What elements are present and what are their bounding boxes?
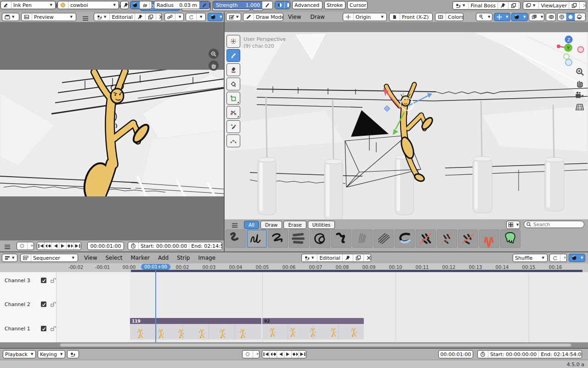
strip-title[interactable]: 92 <box>262 318 364 324</box>
prev-keyframe-button[interactable] <box>44 242 51 250</box>
shelf-tab-all[interactable]: All <box>244 221 259 229</box>
viewport-camera-button[interactable] <box>575 91 584 101</box>
brush-charcoal-dots[interactable] <box>437 229 457 248</box>
cursor-popover[interactable]: Cursor <box>347 1 363 9</box>
next-keyframe-button[interactable] <box>291 351 299 358</box>
viewport-3d[interactable] <box>225 32 588 219</box>
pin-icon[interactable] <box>498 2 508 9</box>
range-start[interactable]: Start: 00:00:00:00 <box>488 351 538 358</box>
tool-draw[interactable] <box>226 49 240 62</box>
sequencer-display-mode[interactable]: Sequencer▼ <box>20 254 78 262</box>
navigation-gizmo[interactable]: Z Y <box>554 34 584 67</box>
sequencer-scene-name[interactable]: Editorial <box>317 254 342 262</box>
lock-open-icon[interactable] <box>50 325 56 332</box>
jump-to-end-button[interactable] <box>299 351 306 358</box>
brush-charcoal-red-accent[interactable] <box>416 229 436 248</box>
advanced-popover[interactable]: Advanced▼ <box>292 1 322 9</box>
frame-range[interactable]: Start: 00:00:00:00 End: 02:14:54:00 <box>128 242 222 250</box>
viewlayer-icon-button[interactable]: ▼ <box>523 2 538 9</box>
channel-visibility-checkbox[interactable] <box>41 301 46 307</box>
range-end[interactable]: End: 02:14:54:00 <box>189 242 222 250</box>
brush-pencil-soft[interactable] <box>352 229 373 248</box>
tool-cursor[interactable] <box>226 35 240 48</box>
strip-title[interactable]: 119 <box>130 318 261 324</box>
sequencer-menu-select[interactable]: Select <box>101 253 126 263</box>
auto-keying-button[interactable]: ▼ <box>17 242 34 250</box>
preview-shading-button[interactable]: ▼ <box>208 13 223 21</box>
brush-marker-soft[interactable] <box>289 229 309 248</box>
unlink-scene-button[interactable] <box>519 2 520 9</box>
brush-marker-red[interactable] <box>479 229 499 248</box>
sequencer-scene-selector[interactable]: ▼ Editorial <box>301 254 371 262</box>
keying-set-button[interactable] <box>67 350 79 358</box>
pane-divider[interactable] <box>224 12 225 251</box>
channel-visibility-checkbox[interactable] <box>41 278 46 283</box>
sequencer-tracks[interactable]: 119 92 Channel 3Channel 2Channel 1 <box>0 272 588 342</box>
snapping-button[interactable]: ▼ <box>549 254 567 262</box>
colors-selector[interactable]: Colors▼ <box>435 13 464 21</box>
editor-type-button[interactable]: ▼ <box>2 13 19 21</box>
tool-fill[interactable] <box>226 78 240 90</box>
zoom-button[interactable] <box>209 49 219 59</box>
jump-to-start-button[interactable] <box>262 351 269 358</box>
search-input[interactable] <box>524 221 584 228</box>
jump-to-end-button[interactable] <box>74 242 81 250</box>
scene-strip-119[interactable]: 119 <box>130 318 261 340</box>
brush-marker-bold[interactable] <box>331 229 351 248</box>
editor-type-button[interactable]: ▼ <box>226 13 241 21</box>
xray-toggle[interactable]: ▼ <box>529 13 544 21</box>
menu-icon[interactable] <box>3 243 11 250</box>
brush-pencil-hatch[interactable] <box>373 229 394 248</box>
viewport-zoom-button[interactable] <box>575 67 584 78</box>
auto-keying-button[interactable]: ▼ <box>242 350 260 358</box>
show-overlays-button[interactable] <box>546 13 556 21</box>
brush-ink-pen[interactable] <box>247 229 267 248</box>
playhead[interactable] <box>155 270 156 342</box>
proxy-options-button[interactable]: ▼ <box>186 13 206 21</box>
pivot-selector[interactable]: Origin▼ <box>343 13 387 21</box>
sequencer-shading-button[interactable]: ▼ <box>569 254 585 262</box>
jump-to-start-button[interactable] <box>37 242 44 250</box>
editor-type-button[interactable]: ▼ <box>2 254 17 262</box>
preview-scene-selector[interactable]: ▼ Editorial <box>94 13 162 21</box>
brush-fill-green[interactable] <box>500 229 520 248</box>
play-backwards-button[interactable] <box>51 242 59 250</box>
play-button[interactable] <box>284 351 291 358</box>
scene-icon[interactable]: ▼ <box>453 2 468 9</box>
lock-open-icon[interactable] <box>50 301 56 307</box>
current-frame-badge[interactable]: 00:01+00 <box>141 264 170 270</box>
pin-material-button[interactable] <box>120 1 129 9</box>
gizmo-toggle[interactable]: ▼ <box>476 13 492 21</box>
playback-popover[interactable]: Playback▼ <box>3 350 36 358</box>
stroke-popover[interactable]: Stroke▼ <box>324 1 345 9</box>
preview-scene-name[interactable]: Editorial <box>109 13 134 21</box>
shelf-tab-draw[interactable]: Draw <box>260 221 282 229</box>
play-backwards-button[interactable] <box>277 351 284 358</box>
tool-erase[interactable] <box>226 63 240 76</box>
brush-charcoal-smudge[interactable] <box>458 229 478 248</box>
scene-selector[interactable]: ▼ Final Boss <box>452 1 520 10</box>
channel-visibility-checkbox[interactable] <box>41 326 46 331</box>
menu-icon[interactable] <box>230 222 238 228</box>
new-viewlayer-button[interactable] <box>569 2 579 9</box>
viewport-pan-button[interactable] <box>575 79 584 89</box>
range-start[interactable]: Start: 00:00:00:00 <box>138 242 189 250</box>
new-scene-button[interactable] <box>508 2 519 9</box>
overlays-toggle[interactable]: ▼ <box>511 13 528 21</box>
move-gizmo-toggle[interactable]: ▼ <box>494 13 510 21</box>
brush-brush-blue-smear[interactable] <box>395 229 415 248</box>
keying-popover[interactable]: Keying▼ <box>38 350 65 358</box>
next-keyframe-button[interactable] <box>66 242 74 250</box>
brush-ink-rough[interactable] <box>268 229 288 248</box>
display-settings-button[interactable]: ▼ <box>506 221 520 229</box>
play-button[interactable] <box>59 242 66 250</box>
pan-button[interactable] <box>209 61 219 71</box>
shading-mode-group[interactable]: ▼ <box>557 13 586 21</box>
material-selector[interactable]: cowboi▼ <box>57 1 119 9</box>
current-timecode[interactable]: 00:00:01:00 <box>87 242 124 250</box>
tool-tint[interactable] <box>226 120 240 133</box>
sequencer-menu-marker[interactable]: Marker <box>127 253 154 263</box>
sequencer-menu-view[interactable]: View <box>80 253 101 263</box>
scene-strip-92[interactable]: 92 <box>262 318 364 340</box>
menu-icon[interactable] <box>81 15 89 21</box>
